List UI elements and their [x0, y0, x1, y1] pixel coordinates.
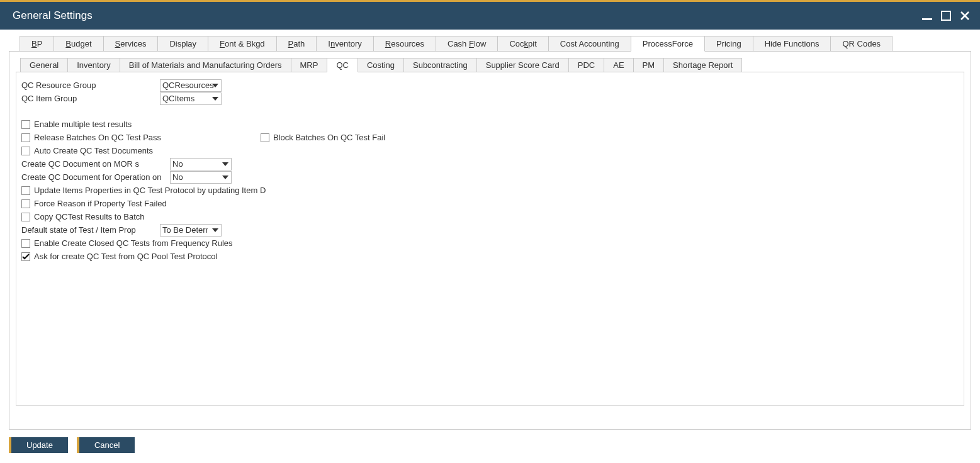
tab-hide-functions[interactable]: Hide Functions — [753, 36, 831, 51]
tab-services[interactable]: Services — [103, 36, 159, 51]
row-create-for-op: Create QC Document for Operation on No — [21, 170, 959, 184]
subtab-mrp[interactable]: MRP — [291, 58, 328, 72]
row-auto-create: Auto Create QC Test Documents — [21, 144, 959, 157]
row-enable-closed: Enable Create Closed QC Tests from Frequ… — [21, 237, 235, 250]
row-update-items: Update Items Properties in QC Test Proto… — [21, 184, 959, 197]
tab-panel: GeneralInventoryBill of Materials and Ma… — [9, 52, 971, 430]
chevron-down-icon — [212, 228, 218, 232]
checkbox-enable-multiple[interactable] — [21, 120, 30, 129]
checkbox-copy-qc[interactable] — [21, 213, 30, 221]
tab-path[interactable]: Path — [276, 36, 317, 51]
chevron-down-icon — [222, 162, 228, 166]
subtab-qc[interactable]: QC — [327, 58, 358, 72]
titlebar: General Settings — [0, 2, 980, 30]
maximize-icon[interactable] — [940, 9, 952, 22]
checkbox-release-batches[interactable] — [21, 133, 30, 142]
label-default-state: Default state of Test / Item Prop — [21, 225, 160, 235]
row-force-reason: Force Reason if Property Test Failed — [21, 197, 959, 210]
sub-tabstrip: GeneralInventoryBill of Materials and Ma… — [16, 58, 964, 72]
tab-budget[interactable]: Budget — [54, 36, 103, 51]
row-qc-resource-group: QC Resource Group QCResources — [21, 79, 959, 92]
window-controls — [921, 9, 971, 22]
row-default-state: Default state of Test / Item Prop To Be … — [21, 223, 959, 237]
tab-cockpit[interactable]: Cockpit — [497, 36, 548, 51]
subtab-shortage-report[interactable]: Shortage Report — [663, 58, 742, 72]
tab-cost-accounting[interactable]: Cost Accounting — [548, 36, 631, 51]
main-tabstrip: BPBudgetServicesDisplayFont & BkgdPathIn… — [9, 36, 971, 52]
checkbox-ask-create[interactable] — [21, 252, 30, 261]
label-qc-resource-group: QC Resource Group — [21, 81, 160, 90]
svg-rect-1 — [942, 11, 950, 20]
subtab-pdc[interactable]: PDC — [568, 58, 604, 72]
label-create-on-mor: Create QC Document on MOR s — [21, 159, 170, 169]
settings-window: General Settings BPBudgetServicesDisplay… — [0, 0, 980, 463]
label-qc-item-group: QC Item Group — [21, 94, 160, 103]
row-create-on-mor: Create QC Document on MOR s No — [21, 157, 959, 170]
select-create-for-op[interactable]: No — [170, 171, 232, 184]
row-enable-multiple: Enable multiple test results — [21, 118, 959, 131]
qc-panel: QC Resource Group QCResources QC Item Gr… — [16, 72, 964, 406]
subtab-costing[interactable]: Costing — [358, 58, 404, 72]
label-create-for-op: Create QC Document for Operation on — [21, 172, 170, 182]
tab-display[interactable]: Display — [157, 36, 208, 51]
subtab-supplier-score-card[interactable]: Supplier Score Card — [476, 58, 569, 72]
subtab-inventory[interactable]: Inventory — [67, 58, 120, 72]
tab-pricing[interactable]: Pricing — [704, 36, 753, 51]
tab-bp[interactable]: BP — [20, 36, 54, 51]
subtab-general[interactable]: General — [20, 58, 68, 72]
checkbox-block-batches[interactable] — [261, 133, 269, 142]
minimize-icon[interactable] — [921, 9, 933, 22]
close-icon[interactable] — [959, 9, 971, 22]
update-button[interactable]: Update — [9, 437, 68, 453]
window-title: General Settings — [13, 9, 93, 22]
select-default-state[interactable]: To Be Determined — [160, 224, 222, 237]
row-release-block: Release Batches On QC Test Pass Block Ba… — [21, 131, 959, 144]
chevron-down-icon — [222, 176, 228, 179]
subtab-subcontracting[interactable]: Subcontracting — [403, 58, 477, 72]
checkbox-enable-closed[interactable] — [21, 239, 30, 248]
subtab-pm[interactable]: PM — [633, 58, 665, 72]
chevron-down-icon — [212, 97, 218, 101]
tab-cash-flow[interactable]: Cash Flow — [436, 36, 498, 51]
content-area: BPBudgetServicesDisplayFont & BkgdPathIn… — [0, 30, 980, 430]
row-copy-qc: Copy QCTest Results to Batch — [21, 210, 959, 223]
checkbox-force-reason[interactable] — [21, 199, 30, 208]
select-qc-resource-group[interactable]: QCResources — [160, 79, 222, 92]
row-ask-create: Ask for create QC Test from QC Pool Test… — [21, 250, 235, 263]
tab-font-bkgd[interactable]: Font & Bkgd — [208, 36, 277, 51]
tab-inventory[interactable]: Inventory — [316, 36, 374, 51]
select-create-on-mor[interactable]: No — [170, 158, 232, 170]
checkbox-update-items[interactable] — [21, 186, 30, 195]
cancel-button[interactable]: Cancel — [77, 437, 135, 453]
chevron-down-icon — [212, 84, 218, 87]
svg-rect-0 — [922, 18, 932, 20]
tab-processforce[interactable]: ProcessForce — [631, 36, 705, 52]
checkbox-auto-create[interactable] — [21, 147, 30, 155]
footer: Update Cancel — [0, 430, 980, 463]
subtab-ae[interactable]: AE — [604, 58, 633, 72]
tab-qr-codes[interactable]: QR Codes — [830, 36, 893, 51]
row-qc-item-group: QC Item Group QCItems — [21, 92, 959, 105]
tab-resources[interactable]: Resources — [373, 36, 436, 51]
select-qc-item-group[interactable]: QCItems — [160, 92, 222, 105]
subtab-bill-of-materials-and-manufacturing-orders[interactable]: Bill of Materials and Manufacturing Orde… — [120, 58, 291, 72]
